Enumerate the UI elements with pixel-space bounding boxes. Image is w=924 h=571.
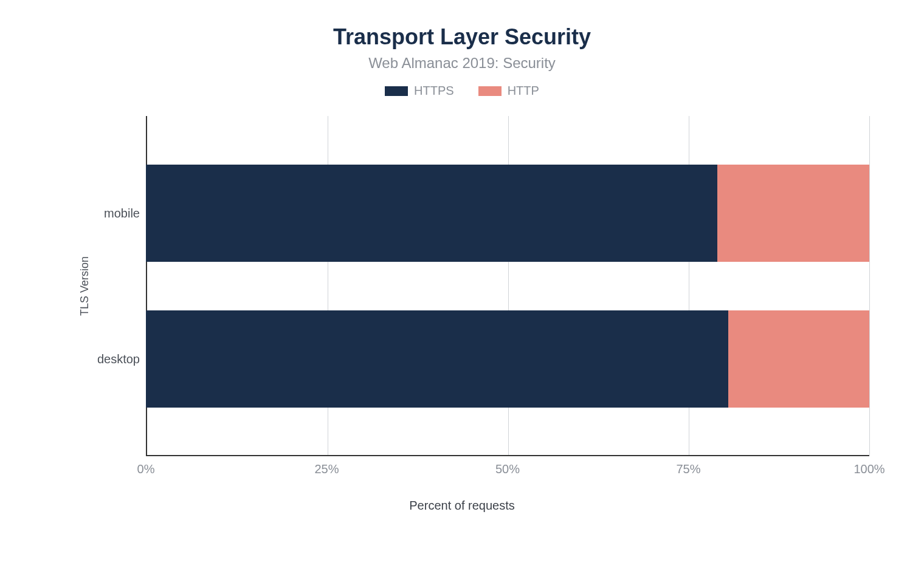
chart-subtitle: Web Almanac 2019: Security bbox=[36, 55, 888, 72]
legend-item-https: HTTPS bbox=[385, 84, 454, 98]
y-axis-label: TLS Version bbox=[78, 256, 91, 316]
x-tick: 75% bbox=[676, 462, 700, 476]
plot-area: TLS Version mobile desktop bbox=[146, 116, 869, 456]
legend-item-http: HTTP bbox=[478, 84, 539, 98]
bar-row-desktop: desktop bbox=[146, 310, 869, 408]
x-axis-label: Percent of requests bbox=[36, 499, 888, 513]
bar-segment-http bbox=[717, 165, 869, 262]
legend-label-https: HTTPS bbox=[414, 84, 454, 98]
bar-stack bbox=[146, 165, 869, 262]
bar-segment-http bbox=[728, 310, 869, 408]
chart-container: Transport Layer Security Web Almanac 201… bbox=[36, 24, 888, 547]
legend-label-http: HTTP bbox=[508, 84, 539, 98]
legend-swatch-https bbox=[385, 86, 408, 96]
bar-segment-https bbox=[146, 165, 717, 262]
bar-category-label: mobile bbox=[85, 207, 140, 221]
bars-area: mobile desktop bbox=[146, 116, 869, 456]
chart-legend: HTTPS HTTP bbox=[36, 84, 888, 98]
x-axis-ticks: 0% 25% 50% 75% 100% bbox=[146, 456, 869, 480]
gridline bbox=[869, 116, 870, 455]
bar-row-mobile: mobile bbox=[146, 165, 869, 262]
x-tick: 100% bbox=[853, 462, 884, 476]
x-tick: 25% bbox=[314, 462, 339, 476]
bar-category-label: desktop bbox=[85, 352, 140, 366]
x-tick: 0% bbox=[137, 462, 155, 476]
bar-segment-https bbox=[146, 310, 728, 408]
legend-swatch-http bbox=[478, 86, 502, 96]
chart-title: Transport Layer Security bbox=[36, 24, 888, 50]
x-tick: 50% bbox=[495, 462, 520, 476]
bar-stack bbox=[146, 310, 869, 408]
